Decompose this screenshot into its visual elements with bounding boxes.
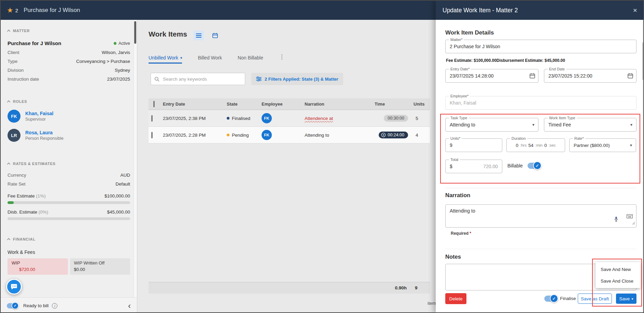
role-item: LR Rosa, Laura Person Responsible xyxy=(8,129,130,142)
rate-select[interactable]: Rate* Partner ($800.00) ▾ xyxy=(569,138,636,152)
modal-footer: Delete ✓ Finalise Save as Draft Save ▾ xyxy=(436,293,644,305)
keyboard-icon[interactable] xyxy=(627,214,633,220)
assistant-fab-button[interactable] xyxy=(6,279,22,295)
matter-name: Purchase for J Wilson xyxy=(8,40,61,46)
wip-value: $720.00 xyxy=(12,267,64,272)
favourite-star-icon[interactable]: ★ xyxy=(7,6,13,14)
section-rates-label: RATES & ESTIMATES xyxy=(13,162,56,166)
wip-written-off-card[interactable]: WIP Written Off $0.00 xyxy=(70,258,130,275)
delete-button[interactable]: Delete xyxy=(445,293,466,304)
employee-field: Employee* Khan, Faisal xyxy=(445,96,636,110)
billable-toggle[interactable]: ✓ xyxy=(528,163,541,169)
total-field-value: 720.00 xyxy=(483,164,498,169)
matter-field-division: Division Sydney xyxy=(8,68,130,73)
duration-minutes-unit: :min xyxy=(535,143,543,147)
avatar: FK xyxy=(262,130,272,140)
modal-scrollbar[interactable] xyxy=(642,20,644,313)
row-checkbox[interactable] xyxy=(151,115,153,122)
section-rates[interactable]: RATES & ESTIMATES xyxy=(8,162,130,166)
role-name-link[interactable]: Khan, Faisal xyxy=(25,111,53,116)
tabs-overflow-menu-icon[interactable]: ⋮ xyxy=(279,53,285,64)
save-button-label: Save xyxy=(619,296,630,301)
delete-button-label: Delete xyxy=(449,296,462,301)
select-all-checkbox[interactable] xyxy=(153,101,155,107)
matter-sidebar: MATTER Purchase for J Wilson Active Clie… xyxy=(1,20,137,313)
duration-hours[interactable]: 0 xyxy=(516,143,518,148)
duration-minutes[interactable]: 54 xyxy=(528,143,533,148)
chevron-down-icon: ▾ xyxy=(180,56,182,60)
section-roles-label: ROLES xyxy=(13,99,27,104)
table-row[interactable]: 23/07/2025, 2:38 PM Finalised FK Attende… xyxy=(149,110,430,127)
table-row[interactable]: 23/07/2025, 2:28 PM Pending FK Attending… xyxy=(149,127,430,144)
microphone-icon[interactable] xyxy=(614,216,618,223)
role-name-link[interactable]: Rosa, Laura xyxy=(25,130,64,135)
finalise-toggle[interactable]: ✓ xyxy=(544,296,557,302)
search-box[interactable] xyxy=(151,73,245,85)
fee-estimate-text: Fee Estimate: $100,000.00 xyxy=(446,58,496,63)
search-input[interactable] xyxy=(162,76,241,82)
avatar: FK xyxy=(262,113,272,123)
save-as-draft-button[interactable]: Save as Draft xyxy=(578,294,612,304)
scrollbar-thumb[interactable] xyxy=(134,21,136,44)
cell-units: 5 xyxy=(411,116,430,121)
matter-field-label: Matter* xyxy=(449,38,464,42)
wip-card[interactable]: WIP $720.00 xyxy=(8,258,68,275)
fee-estimate-value: $100,000.00 xyxy=(104,193,130,199)
task-type-select[interactable]: Task Type Attending to ▾ xyxy=(445,118,538,132)
row-checkbox[interactable] xyxy=(151,132,153,138)
calendar-view-button[interactable] xyxy=(210,31,220,40)
save-button[interactable]: Save ▾ xyxy=(616,294,636,304)
duration-field[interactable]: Duration 0 :hrs 54 :min 0 :sec xyxy=(506,138,565,152)
section-financial[interactable]: FINANCIAL xyxy=(8,237,130,241)
work-item-type-select[interactable]: Work Item Type Timed Fee ▾ xyxy=(544,118,636,132)
save-options-menu: Save And New Save And Close xyxy=(596,262,641,288)
running-timer-pill[interactable]: 00:24:00 xyxy=(379,132,408,138)
info-icon[interactable]: i xyxy=(52,303,57,309)
fee-estimate-progressbar xyxy=(8,201,130,204)
tab-unbilled-work[interactable]: Unbilled Work ▾ xyxy=(149,55,182,64)
filter-chip[interactable]: 2 Filters Applied: State (3) & Matter xyxy=(251,73,343,85)
end-date-field[interactable]: End Date 23/07/2025 15:22:00 xyxy=(544,69,636,83)
menu-item-save-and-close[interactable]: Save And Close xyxy=(596,275,641,287)
calendar-icon[interactable] xyxy=(628,73,633,80)
scrollbar-thumb[interactable] xyxy=(642,42,644,80)
sidebar-scrollbar[interactable] xyxy=(134,20,137,297)
tab-non-billable[interactable]: Non Billable xyxy=(238,55,263,64)
collapse-sidebar-chevron[interactable]: ‹ xyxy=(128,302,131,310)
section-roles[interactable]: ROLES xyxy=(8,99,130,104)
tab-billed-work[interactable]: Billed Work xyxy=(198,55,222,64)
required-asterisk: * xyxy=(470,231,471,236)
work-items-table: Entry Date State Employee Narration Time… xyxy=(149,98,430,144)
pending-dot-icon xyxy=(227,134,229,136)
list-view-button[interactable] xyxy=(194,31,204,40)
wip-written-off-label: WIP Written Off xyxy=(74,260,126,266)
section-matter[interactable]: MATTER xyxy=(8,29,130,33)
entry-date-field[interactable]: Entry Date* 23/07/2025 14:28:00 xyxy=(445,69,538,83)
ready-to-bill-toggle[interactable]: ✓ xyxy=(7,303,18,308)
client-link[interactable]: Wilson, Jarvis xyxy=(102,50,130,55)
duration-seconds[interactable]: 0 xyxy=(544,143,547,148)
work-item-type-value: Timed Fee xyxy=(548,122,571,127)
ready-to-bill-label: Ready to bill xyxy=(23,303,48,308)
units-field[interactable]: Units* 9 xyxy=(445,138,502,152)
calendar-icon[interactable] xyxy=(530,73,535,80)
resize-handle-icon[interactable] xyxy=(632,220,635,226)
close-icon[interactable]: × xyxy=(630,5,640,15)
check-icon: ✓ xyxy=(552,296,556,301)
type-label: Type xyxy=(8,59,17,64)
favourite-count: 2 xyxy=(15,8,18,13)
rateset-value: Default xyxy=(115,181,130,187)
search-icon xyxy=(154,77,159,82)
estimates-line: Fee Estimate: $100,000.00Disbursement Es… xyxy=(446,58,565,63)
matter-field[interactable]: Matter* 2 Purchase for J Wilson xyxy=(445,40,636,53)
details-heading: Work Item Details xyxy=(445,29,494,36)
narration-textarea[interactable]: Attending to xyxy=(446,205,636,227)
chevron-up-icon xyxy=(7,163,11,166)
matter-field-instruction-date: Instruction date 23/07/2025 xyxy=(8,77,130,82)
menu-item-save-and-new[interactable]: Save And New xyxy=(596,263,641,275)
section-divider xyxy=(445,188,636,188)
avatar: LR xyxy=(8,129,20,142)
column-time: Time xyxy=(373,101,411,107)
state-label: Pending xyxy=(232,133,249,138)
narration-heading: Narration xyxy=(445,192,470,199)
